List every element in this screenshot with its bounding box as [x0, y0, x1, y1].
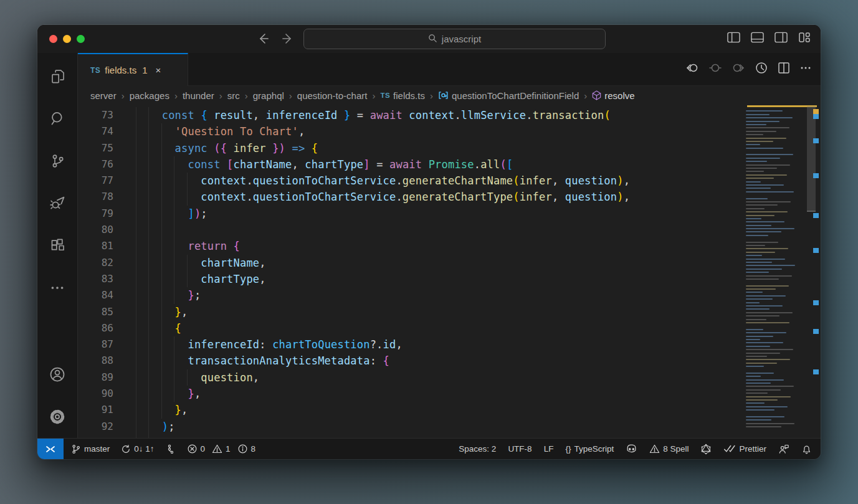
- git-graph-status[interactable]: [166, 444, 176, 454]
- code-line-92[interactable]: 92 );: [78, 419, 746, 435]
- encoding-status[interactable]: UTF-8: [508, 444, 531, 454]
- code-line-90[interactable]: 90 },: [78, 386, 746, 402]
- run-debug-icon[interactable]: [37, 182, 78, 224]
- breadcrumb-item-thunder[interactable]: thunder: [183, 90, 214, 101]
- line-number[interactable]: 80: [78, 222, 113, 238]
- explorer-icon[interactable]: [37, 55, 78, 97]
- nav-circle-icon[interactable]: [708, 61, 722, 77]
- code-line-79[interactable]: 79 ]);: [78, 206, 746, 222]
- breadcrumb-item-fields-ts[interactable]: TSfields.ts: [380, 90, 425, 101]
- code-line-87[interactable]: 87 inferenceId: chartToQuestion?.id,: [78, 336, 746, 353]
- close-window-button[interactable]: [49, 35, 57, 43]
- line-number[interactable]: 79: [78, 206, 113, 222]
- code-area[interactable]: 73 const { result, inferenceId } = await…: [78, 105, 746, 438]
- minimize-window-button[interactable]: [63, 35, 71, 43]
- accounts-icon[interactable]: [37, 353, 78, 396]
- line-number[interactable]: 77: [78, 173, 113, 189]
- code-line-80[interactable]: 80: [78, 222, 746, 238]
- git-branch-status[interactable]: master: [71, 444, 110, 454]
- breadcrumb-item-server[interactable]: server: [90, 90, 117, 101]
- toggle-secondary-sidebar-icon[interactable]: [775, 32, 788, 43]
- search-view-icon[interactable]: [37, 97, 78, 140]
- graphql-status[interactable]: [700, 444, 712, 455]
- line-number[interactable]: 89: [78, 369, 113, 386]
- line-number[interactable]: 91: [78, 402, 113, 418]
- split-editor-icon[interactable]: [778, 62, 790, 77]
- breadcrumb-item-src[interactable]: src: [227, 90, 240, 101]
- code-line-81[interactable]: 81 return {: [78, 238, 746, 254]
- line-number[interactable]: 75: [78, 140, 113, 156]
- breadcrumb-item-question-to-chart[interactable]: question-to-chart: [297, 90, 368, 101]
- breadcrumb-item-questiontochartdefinitionfield[interactable]: questionToChartDefinitionField: [438, 90, 579, 101]
- timeline-clock-icon[interactable]: [755, 61, 768, 77]
- code-line-85[interactable]: 85 },: [78, 304, 746, 320]
- line-number[interactable]: 85: [78, 304, 113, 320]
- code-line-88[interactable]: 88 transactionAnalyticsMetadata: {: [78, 353, 746, 369]
- eol-status[interactable]: LF: [544, 444, 554, 454]
- language-status[interactable]: {} TypeScript: [565, 444, 614, 454]
- history-forward-icon[interactable]: [280, 31, 295, 46]
- tab-close-icon[interactable]: ×: [156, 65, 161, 75]
- toggle-panel-icon[interactable]: [751, 32, 764, 43]
- minimap-line: [746, 231, 781, 232]
- line-number[interactable]: 84: [78, 287, 113, 303]
- more-actions-icon[interactable]: [799, 62, 812, 77]
- info-count: 8: [251, 444, 256, 454]
- code-line-82[interactable]: 82 chartName,: [78, 255, 746, 271]
- code-line-89[interactable]: 89 question,: [78, 369, 746, 386]
- extensions-icon[interactable]: [37, 224, 78, 267]
- line-number[interactable]: 81: [78, 238, 113, 254]
- line-number[interactable]: 87: [78, 336, 113, 353]
- feedback-icon[interactable]: [778, 444, 789, 454]
- copilot-icon: [626, 444, 637, 454]
- line-number[interactable]: 73: [78, 107, 113, 123]
- customize-layout-icon[interactable]: [798, 32, 811, 43]
- breadcrumb-item-resolve[interactable]: resolve: [592, 90, 634, 101]
- minimap-line: [746, 423, 794, 424]
- line-number[interactable]: 88: [78, 353, 113, 369]
- code-line-74[interactable]: 74 'Question To Chart',: [78, 123, 746, 140]
- line-number[interactable]: 78: [78, 189, 113, 205]
- scrollbar-slider[interactable]: [807, 106, 816, 212]
- minimap[interactable]: [746, 107, 807, 438]
- settings-gear-icon[interactable]: [37, 396, 78, 438]
- source-control-icon[interactable]: [37, 140, 78, 182]
- code-line-76[interactable]: 76 const [chartName, chartType] = await …: [78, 156, 746, 173]
- command-center-search[interactable]: javascript: [303, 29, 606, 49]
- line-number[interactable]: 83: [78, 271, 113, 287]
- problems-status[interactable]: 0 1 8: [187, 444, 256, 454]
- code-line-84[interactable]: 84 };: [78, 287, 746, 303]
- code-line-91[interactable]: 91 },: [78, 402, 746, 418]
- notifications-bell-icon[interactable]: [801, 444, 812, 455]
- tab-fields-ts[interactable]: TS fields.ts 1 ×: [78, 53, 188, 86]
- line-number[interactable]: 74: [78, 123, 113, 140]
- indentation-status[interactable]: Spaces: 2: [459, 444, 496, 454]
- remote-indicator[interactable]: [37, 439, 64, 459]
- line-number[interactable]: 76: [78, 156, 113, 173]
- code-line-86[interactable]: 86 {: [78, 320, 746, 336]
- line-number[interactable]: 90: [78, 386, 113, 402]
- code-line-83[interactable]: 83 chartType,: [78, 271, 746, 287]
- line-number[interactable]: 86: [78, 320, 113, 336]
- toggle-sidebar-icon[interactable]: [727, 32, 740, 43]
- line-number[interactable]: 92: [78, 419, 113, 435]
- breadcrumb-item-graphql[interactable]: graphql: [253, 90, 284, 101]
- git-sync-status[interactable]: 0↓ 1↑: [121, 444, 154, 454]
- code-line-73[interactable]: 73 const { result, inferenceId } = await…: [78, 107, 746, 123]
- nav-back-circle-icon[interactable]: [685, 61, 699, 77]
- line-number[interactable]: 93: [78, 435, 113, 438]
- line-number[interactable]: 82: [78, 255, 113, 271]
- formatter-status[interactable]: Prettier: [723, 444, 766, 454]
- copilot-status[interactable]: [626, 444, 637, 454]
- more-views-icon[interactable]: [37, 267, 78, 309]
- code-line-75[interactable]: 75 async ({ infer }) => {: [78, 140, 746, 156]
- history-back-icon[interactable]: [255, 31, 270, 46]
- zoom-window-button[interactable]: [77, 35, 85, 43]
- code-line-93[interactable]: 93: [78, 435, 746, 438]
- minimap-line: [746, 363, 777, 364]
- nav-forward-circle-icon[interactable]: [732, 61, 745, 77]
- code-line-77[interactable]: 77 context.questionToChartService.genera…: [78, 173, 746, 189]
- breadcrumb-item-packages[interactable]: packages: [130, 90, 169, 101]
- spell-checker-status[interactable]: 8 Spell: [649, 444, 689, 454]
- code-line-78[interactable]: 78 context.questionToChartService.genera…: [78, 189, 746, 205]
